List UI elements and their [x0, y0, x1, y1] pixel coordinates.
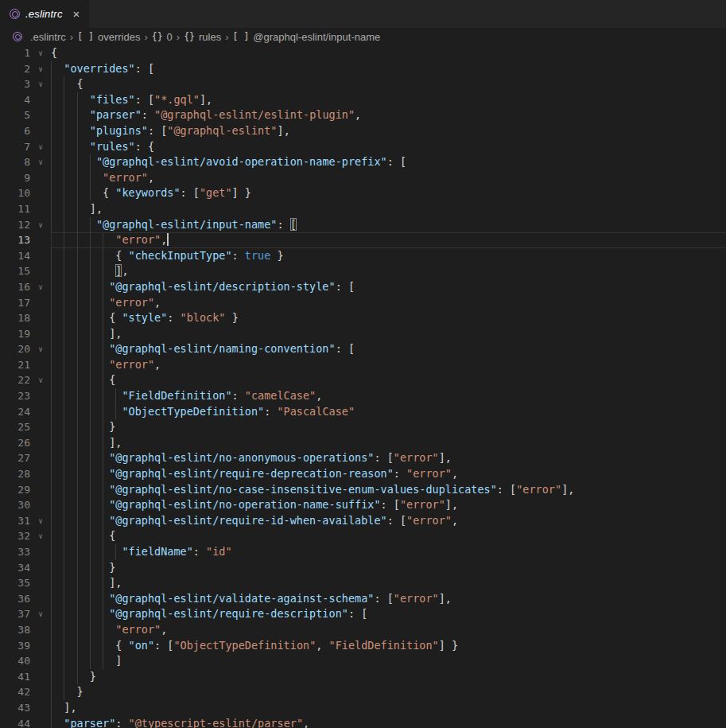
code-line[interactable]: 35 ], [0, 575, 726, 591]
fold-chevron-icon[interactable]: ∨ [30, 76, 51, 92]
code-line[interactable]: 18 { "style": "block" } [0, 310, 726, 326]
line-number: 21 [0, 357, 30, 373]
code-token: : [ [181, 186, 200, 199]
code-token: "@graphql-eslint" [167, 124, 277, 137]
code-line[interactable]: 31∨ "@graphql-eslint/require-id-when-ava… [0, 513, 726, 529]
line-number: 5 [0, 107, 30, 123]
code-line[interactable]: 15 ], [0, 263, 726, 279]
code-line[interactable]: 21 "error", [0, 357, 726, 373]
code-line[interactable]: 11 ], [0, 201, 726, 217]
fold-chevron-icon[interactable]: ∨ [30, 279, 51, 295]
fold-chevron-icon[interactable]: ∨ [30, 513, 51, 529]
code-line[interactable]: 23 "FieldDefinition": "camelCase", [0, 388, 726, 404]
code-line[interactable]: 32∨ { [0, 528, 726, 544]
code-line[interactable]: 13 "error", [0, 232, 726, 248]
code-line[interactable]: 30 "@graphql-eslint/no-operation-name-su… [0, 497, 726, 513]
code-token: "@graphql-eslint/naming-convention" [109, 342, 335, 355]
code-line[interactable]: 33 "fieldName": "id" [0, 544, 726, 560]
fold-chevron-icon[interactable]: ∨ [30, 139, 51, 155]
code-line[interactable]: 27 "@graphql-eslint/no-anonymous-operati… [0, 450, 726, 466]
code-token: : [232, 389, 245, 402]
code-line[interactable]: 5 "parser": "@graphql-eslint/eslint-plug… [0, 107, 726, 123]
code-line[interactable]: 28 "@graphql-eslint/require-deprecation-… [0, 466, 726, 482]
fold-chevron-icon[interactable]: ∨ [30, 341, 51, 357]
code-line[interactable]: 39 { "on": ["ObjectTypeDefinition", "Fie… [0, 638, 726, 654]
code-line[interactable]: 24 "ObjectTypeDefinition": "PascalCase" [0, 404, 726, 420]
code-text: "error", [51, 170, 154, 186]
code-line[interactable]: 37∨ "@graphql-eslint/require-description… [0, 606, 726, 622]
code-editor[interactable]: 1∨{2∨ "overrides": [3∨ {4 "files": ["*.g… [0, 45, 726, 728]
code-line[interactable]: 42 } [0, 684, 726, 700]
code-token: "rules" [90, 140, 135, 153]
line-number: 23 [0, 388, 30, 404]
code-token: : [ [497, 483, 516, 496]
code-line[interactable]: 12∨ "@graphql-eslint/input-name": [ [0, 217, 726, 233]
fold-spacer [30, 232, 51, 248]
code-line[interactable]: 19 ], [0, 326, 726, 342]
code-line[interactable]: 20∨ "@graphql-eslint/naming-convention":… [0, 341, 726, 357]
fold-chevron-icon[interactable]: ∨ [30, 45, 51, 61]
code-line[interactable]: 6 "plugins": ["@graphql-eslint"], [0, 123, 726, 139]
tab-bar: .eslintrc × [0, 0, 726, 28]
code-line[interactable]: 26 ], [0, 435, 726, 451]
code-text: } [51, 684, 83, 700]
breadcrumb-item-eslintrc[interactable]: .eslintrc [13, 31, 66, 43]
code-text: { [51, 372, 115, 388]
code-token: : [ [148, 124, 167, 137]
breadcrumb-item-rules[interactable]: {}rules [184, 31, 221, 43]
code-line[interactable]: 40 ] [0, 653, 726, 669]
fold-chevron-icon[interactable]: ∨ [30, 372, 51, 388]
code-line[interactable]: 36 "@graphql-eslint/validate-against-sch… [0, 591, 726, 607]
gutter: 18 [0, 310, 51, 326]
code-line[interactable]: 7∨ "rules": { [0, 139, 726, 155]
code-line[interactable]: 34 } [0, 560, 726, 576]
symbol-object-icon: {} [152, 31, 163, 42]
code-line[interactable]: 25 } [0, 419, 726, 435]
gutter: 43 [0, 700, 51, 716]
breadcrumb-item-overrides[interactable]: [ ]overrides [77, 31, 140, 43]
code-token: "error" [394, 592, 439, 605]
gutter: 25 [0, 419, 51, 435]
line-number: 17 [0, 295, 30, 311]
breadcrumb-label: rules [199, 31, 221, 43]
gutter: 6 [0, 123, 51, 139]
fold-chevron-icon[interactable]: ∨ [30, 61, 51, 77]
tab-eslintrc[interactable]: .eslintrc × [0, 0, 89, 28]
code-line[interactable]: 3∨ { [0, 76, 726, 92]
breadcrumb: .eslintrc › [ ]overrides › {}0 › {}rules… [0, 28, 726, 45]
breadcrumb-item-input-name[interactable]: [ ]@graphql-eslint/input-name [233, 31, 381, 43]
fold-spacer [30, 482, 51, 498]
code-line[interactable]: 44 "parser": "@typescript-eslint/parser"… [0, 716, 726, 728]
code-line[interactable]: 1∨{ [0, 45, 726, 61]
code-line[interactable]: 8∨ "@graphql-eslint/avoid-operation-name… [0, 154, 726, 170]
code-line[interactable]: 4 "files": ["*.gql"], [0, 92, 726, 108]
line-number: 43 [0, 700, 30, 716]
code-line[interactable]: 38 "error", [0, 622, 726, 638]
fold-chevron-icon[interactable]: ∨ [30, 217, 51, 233]
code-line[interactable]: 29 "@graphql-eslint/no-case-insensitive-… [0, 482, 726, 498]
fold-chevron-icon[interactable]: ∨ [30, 528, 51, 544]
code-line[interactable]: 10 { "keywords": ["get"] } [0, 185, 726, 201]
code-token: : [ [374, 451, 393, 464]
close-icon[interactable]: × [73, 8, 80, 20]
line-number: 1 [0, 45, 30, 61]
code-text: ], [51, 326, 122, 342]
code-line[interactable]: 9 "error", [0, 170, 726, 186]
gutter: 23 [0, 388, 51, 404]
breadcrumb-item-0[interactable]: {}0 [152, 31, 173, 43]
fold-chevron-icon[interactable]: ∨ [30, 606, 51, 622]
code-line[interactable]: 16∨ "@graphql-eslint/description-style":… [0, 279, 726, 295]
code-line[interactable]: 17 "error", [0, 295, 726, 311]
code-line[interactable]: 2∨ "overrides": [ [0, 61, 726, 77]
fold-spacer [30, 310, 51, 326]
line-number: 3 [0, 76, 30, 92]
code-line[interactable]: 22∨ { [0, 372, 726, 388]
code-line[interactable]: 14 { "checkInputType": true } [0, 248, 726, 264]
breadcrumb-label: .eslintrc [30, 31, 66, 43]
gutter: 9 [0, 170, 51, 186]
code-line[interactable]: 43 ], [0, 700, 726, 716]
line-number: 44 [0, 716, 30, 728]
code-line[interactable]: 41 } [0, 669, 726, 685]
code-token: ], [90, 202, 103, 215]
fold-chevron-icon[interactable]: ∨ [30, 154, 51, 170]
